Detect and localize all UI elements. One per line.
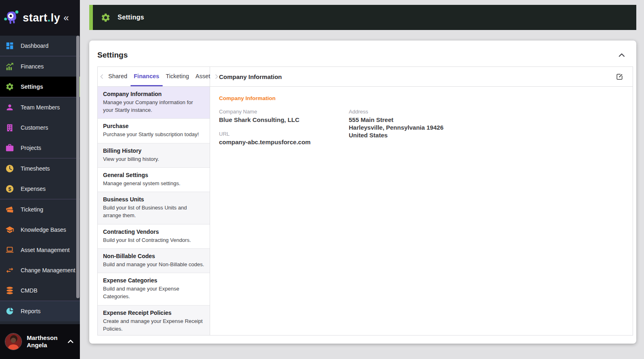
edit-icon[interactable]: [616, 73, 624, 81]
detail-panel: Company Information Company Name Blue Sh…: [210, 87, 633, 335]
sidebar-item-label: Change Management: [21, 267, 75, 274]
building-icon: [5, 123, 14, 132]
sidebar-item-label: Settings: [21, 83, 43, 90]
list-item-general-settings[interactable]: General Settings Manage general system s…: [98, 168, 210, 192]
sidebar-item-label: Team Members: [21, 104, 60, 111]
tabs-scroll-left-icon[interactable]: [99, 67, 105, 86]
detail-section-heading: Company Information: [219, 95, 624, 101]
sidebar-item-cmdb[interactable]: CMDB: [0, 280, 80, 301]
settings-card: Settings Shared Finances Ticketing Asset: [89, 41, 636, 344]
sidebar-item-timesheets[interactable]: Timesheets: [0, 158, 80, 179]
clock-icon: [5, 164, 14, 173]
sidebar-collapse-icon[interactable]: «: [64, 12, 69, 24]
sidebar-item-label: Dashboard: [21, 43, 49, 49]
list-item-expense-receipt-policies[interactable]: Expense Receipt Policies Create and mana…: [98, 306, 210, 335]
card-title: Settings: [97, 51, 128, 60]
robot-logo-icon: [3, 9, 22, 27]
list-item-purchase[interactable]: Purchase Purchase your Startly subscript…: [98, 119, 210, 143]
collapse-card-icon[interactable]: [617, 50, 627, 60]
sidebar-item-label: CMDB: [21, 287, 37, 294]
url-field: URL company-abc.tempusforce.com: [219, 131, 349, 146]
main-content: Settings Settings Shared Finances Ticket…: [80, 0, 644, 359]
avatar: [5, 333, 22, 350]
address-field: Address 555 Main Street Harleysville, Pe…: [349, 109, 444, 139]
person-icon: [5, 103, 14, 112]
sidebar-item-change-management[interactable]: Change Management: [0, 260, 80, 280]
sidebar-item-settings[interactable]: Settings: [0, 77, 80, 97]
sidebar-item-finances[interactable]: Finances: [0, 56, 80, 77]
tab-shared[interactable]: Shared: [105, 67, 131, 86]
laptop-icon: [5, 246, 14, 254]
settings-section-list: Company Information Manage your Company …: [98, 87, 210, 335]
user-menu[interactable]: Martheson Angela: [0, 324, 80, 359]
sidebar-item-expenses[interactable]: $ Expenses: [0, 179, 80, 199]
user-name: Martheson Angela: [27, 334, 66, 349]
bar-chart-icon: [5, 62, 14, 71]
tickets-icon: [5, 205, 14, 214]
sidebar-scrollbar[interactable]: [76, 36, 79, 298]
dashboard-grid-icon: [5, 41, 14, 50]
page-title: Settings: [118, 14, 144, 21]
dollar-circle-icon: $: [5, 184, 14, 193]
sidebar-item-label: Timesheets: [21, 165, 50, 172]
chevron-up-icon[interactable]: [66, 337, 75, 346]
list-item-non-billable-codes[interactable]: Non-Billable Codes Build and manage your…: [98, 249, 210, 273]
sidebar-item-label: Finances: [21, 63, 44, 70]
sidebar-item-label: Projects: [21, 145, 41, 151]
page-header-bar: Settings: [89, 5, 636, 30]
list-item-expense-categories[interactable]: Expense Categories Build and manage your…: [98, 273, 210, 305]
tab-ticketing[interactable]: Ticketing: [163, 67, 192, 86]
graduation-cap-icon: [5, 225, 14, 234]
sidebar: start.ly « Dashboard: [0, 0, 80, 359]
list-item-contracting-vendors[interactable]: Contracting Vendors Build your list of C…: [98, 224, 210, 249]
sidebar-item-team-members[interactable]: Team Members: [0, 97, 80, 118]
detail-panel-title: Company Information: [219, 73, 282, 80]
sidebar-item-label: Expenses: [21, 186, 45, 192]
sidebar-item-label: Knowledge Bases: [21, 227, 66, 233]
gear-icon: [101, 13, 111, 23]
svg-text:$: $: [8, 186, 11, 192]
app-window: start.ly « Dashboard: [0, 0, 644, 359]
tab-finances[interactable]: Finances: [131, 67, 163, 86]
sidebar-item-projects[interactable]: Projects: [0, 138, 80, 158]
sidebar-item-label: Reports: [21, 308, 41, 314]
company-name-field: Company Name Blue Shark Consulting, LLC: [219, 109, 349, 124]
pie-chart-icon: [5, 307, 14, 316]
sidebar-item-label: Ticketing: [21, 206, 43, 213]
database-icon: [5, 286, 14, 295]
gear-icon: [5, 82, 14, 91]
list-item-company-information[interactable]: Company Information Manage your Company …: [98, 87, 210, 119]
briefcase-icon: [5, 143, 14, 152]
swap-arrows-icon: [5, 266, 14, 275]
sidebar-item-dashboard[interactable]: Dashboard: [0, 36, 80, 56]
sidebar-item-customers[interactable]: Customers: [0, 118, 80, 138]
list-item-business-units[interactable]: Business Units Build your list of Busine…: [98, 192, 210, 224]
brand-name: start.ly: [23, 12, 60, 24]
sidebar-item-label: Asset Management: [21, 247, 70, 253]
sidebar-item-asset-management[interactable]: Asset Management: [0, 240, 80, 260]
settings-panel: Shared Finances Ticketing Asset Company …: [97, 66, 633, 335]
sidebar-item-reports[interactable]: Reports: [0, 301, 80, 321]
sidebar-nav: Dashboard Finances Settings: [0, 36, 80, 324]
sidebar-item-ticketing[interactable]: Ticketing: [0, 199, 80, 220]
tab-bar: Shared Finances Ticketing Asset: [98, 67, 210, 87]
sidebar-item-knowledge-bases[interactable]: Knowledge Bases: [0, 220, 80, 240]
list-item-billing-history[interactable]: Billing History View your billing histor…: [98, 143, 210, 168]
sidebar-item-label: Customers: [21, 124, 48, 131]
logo-bar: start.ly «: [0, 0, 80, 36]
